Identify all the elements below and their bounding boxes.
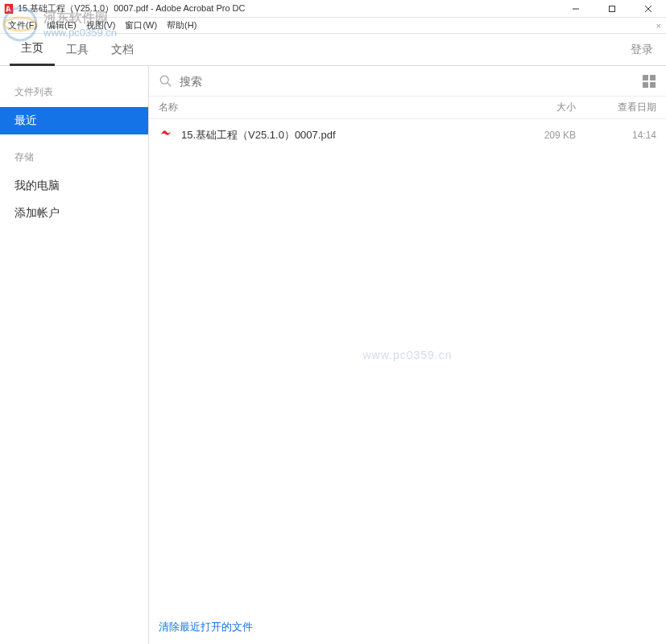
pdf-icon — [159, 128, 173, 142]
clear-recent-link[interactable]: 清除最近打开的文件 — [159, 620, 253, 634]
column-name-header[interactable]: 名称 — [159, 101, 487, 114]
svg-rect-1 — [609, 6, 614, 12]
tab-document[interactable]: 文档 — [100, 34, 145, 66]
watermark-center: www.pc0359.cn — [362, 349, 452, 361]
login-link[interactable]: 登录 — [631, 43, 653, 57]
svg-rect-9 — [650, 75, 656, 80]
tab-home[interactable]: 主页 — [10, 34, 55, 66]
close-button[interactable] — [630, 0, 666, 18]
tab-tools[interactable]: 工具 — [55, 34, 100, 66]
grid-view-icon[interactable] — [642, 74, 656, 89]
sidebar-item-recent[interactable]: 最近 — [0, 107, 148, 134]
menu-window[interactable]: 窗口(W) — [120, 19, 162, 31]
svg-rect-11 — [650, 82, 656, 88]
document-close-icon[interactable]: × — [656, 21, 661, 31]
menu-help[interactable]: 帮助(H) — [162, 19, 201, 31]
file-row[interactable]: 15.基础工程（V25.1.0）0007.pdf 209 KB 14:14 — [149, 119, 666, 151]
file-name: 15.基础工程（V25.1.0）0007.pdf — [181, 128, 487, 142]
svg-line-7 — [168, 82, 172, 86]
file-date: 14:14 — [576, 130, 656, 141]
menu-file[interactable]: 文件(F) — [3, 19, 42, 31]
search-icon — [159, 74, 173, 89]
column-date-header[interactable]: 查看日期 — [576, 101, 656, 114]
search-input[interactable] — [180, 75, 642, 88]
window-title: 15.基础工程（V25.1.0）0007.pdf - Adobe Acrobat… — [18, 2, 557, 14]
file-size: 209 KB — [487, 130, 576, 141]
column-size-header[interactable]: 大小 — [487, 101, 576, 114]
svg-rect-8 — [643, 75, 648, 80]
sidebar-header-filelist: 文件列表 — [0, 80, 148, 107]
sidebar-item-mycomputer[interactable]: 我的电脑 — [0, 172, 148, 200]
menu-view[interactable]: 视图(V) — [81, 19, 121, 31]
minimize-button[interactable] — [557, 0, 594, 18]
svg-point-6 — [160, 76, 168, 84]
svg-rect-10 — [643, 82, 648, 88]
sidebar-header-storage: 存储 — [0, 146, 148, 172]
app-icon — [3, 3, 14, 14]
maximize-button[interactable] — [594, 0, 630, 18]
menu-edit[interactable]: 编辑(E) — [42, 19, 81, 31]
sidebar-item-addaccount[interactable]: 添加帐户 — [0, 200, 148, 227]
